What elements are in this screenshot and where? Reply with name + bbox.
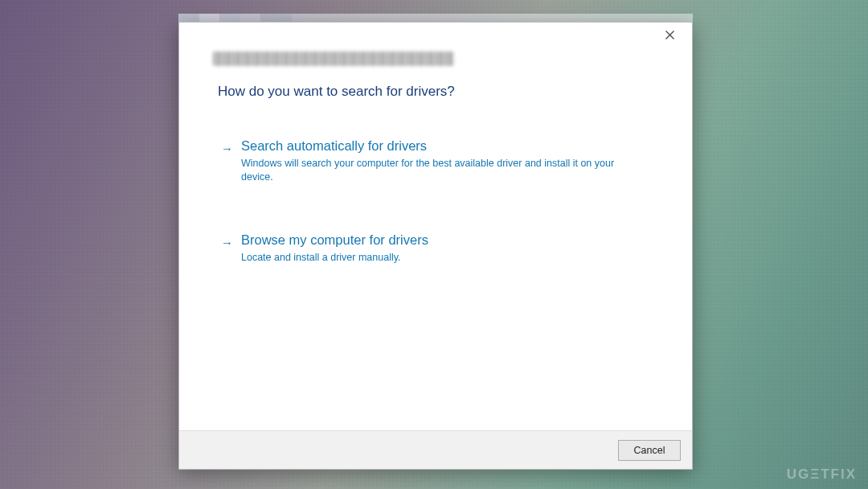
titlebar	[179, 23, 692, 47]
update-drivers-dialog: How do you want to search for drivers? →…	[178, 22, 693, 470]
option-text: Browse my computer for drivers Locate an…	[241, 232, 650, 265]
obscured-device-name	[213, 51, 454, 66]
dialog-header: How do you want to search for drivers?	[179, 47, 692, 111]
arrow-right-icon: →	[221, 236, 233, 249]
option-browse-computer[interactable]: → Browse my computer for drivers Locate …	[216, 220, 655, 277]
cancel-button[interactable]: Cancel	[618, 440, 681, 461]
option-title: Browse my computer for drivers	[241, 232, 650, 248]
option-text: Search automatically for drivers Windows…	[241, 138, 650, 184]
option-description: Windows will search your computer for th…	[241, 157, 619, 184]
close-button[interactable]	[652, 23, 687, 46]
option-title: Search automatically for drivers	[241, 138, 650, 154]
arrow-right-icon: →	[221, 142, 233, 154]
watermark-text: UGΞTFIX	[787, 466, 857, 483]
option-description: Locate and install a driver manually.	[241, 251, 619, 265]
obscured-taskbar-strip	[178, 14, 693, 22]
dialog-footer: Cancel	[179, 430, 692, 469]
dialog-content: → Search automatically for drivers Windo…	[179, 111, 692, 430]
close-icon	[665, 31, 674, 39]
dialog-heading: How do you want to search for drivers?	[203, 84, 668, 108]
option-search-automatically[interactable]: → Search automatically for drivers Windo…	[216, 125, 655, 197]
